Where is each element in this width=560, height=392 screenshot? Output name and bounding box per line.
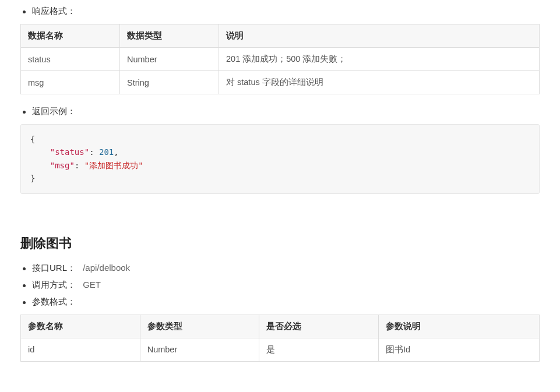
return-example-label: 返回示例： [20, 106, 540, 117]
param-format-item: 参数格式： [20, 296, 540, 308]
section-title-delete-book: 删除图书 [20, 235, 540, 252]
cell-desc: 对 status 字段的详细说明 [219, 71, 540, 94]
table-row: status Number 201 添加成功；500 添加失败； [21, 48, 540, 71]
indent [30, 147, 50, 157]
json-string: "添加图书成功" [84, 161, 143, 170]
brace-open: { [30, 135, 35, 144]
cell-name: status [21, 48, 120, 71]
brace-close: } [30, 174, 35, 183]
col-header: 参数类型 [140, 315, 259, 338]
label: 调用方式： [32, 280, 76, 289]
cell-type: Number [140, 338, 259, 361]
code-example: { "status": 201, "msg": "添加图书成功" } [20, 124, 540, 194]
col-header: 参数说明 [379, 315, 540, 338]
response-table: 数据名称 数据类型 说明 status Number 201 添加成功；500 … [20, 24, 540, 94]
comma: , [114, 147, 118, 157]
col-header: 是否必选 [259, 315, 379, 338]
table-header-row: 数据名称 数据类型 说明 [21, 24, 540, 48]
param-table: 参数名称 参数类型 是否必选 参数说明 id Number 是 图书Id [20, 315, 540, 362]
cell-desc: 201 添加成功；500 添加失败； [219, 48, 540, 71]
text: 响应格式： [32, 6, 76, 16]
json-number: 201 [99, 147, 114, 157]
col-header: 数据名称 [21, 24, 120, 48]
col-header: 数据类型 [120, 24, 219, 48]
json-key: "status" [50, 147, 89, 157]
col-header: 参数名称 [21, 315, 140, 338]
table-row: id Number 是 图书Id [21, 338, 540, 361]
table-row: msg String 对 status 字段的详细说明 [21, 71, 540, 94]
label: 参数格式： [32, 296, 76, 306]
text: 返回示例： [32, 106, 76, 116]
col-header: 说明 [219, 24, 540, 48]
cell-desc: 图书Id [379, 338, 540, 361]
value: /api/delbook [83, 263, 130, 273]
value: GET [83, 280, 101, 289]
response-format-label: 响应格式： [20, 6, 540, 17]
api-url-item: 接口URL： /api/delbook [20, 263, 540, 274]
label: 接口URL： [32, 263, 76, 273]
cell-type: String [120, 71, 219, 94]
indent [30, 161, 50, 170]
cell-name: msg [21, 71, 120, 94]
cell-required: 是 [259, 338, 379, 361]
cell-type: Number [120, 48, 219, 71]
json-key: "msg" [50, 161, 75, 170]
title-text: 删除图书 [20, 236, 72, 250]
api-method-item: 调用方式： GET [20, 280, 540, 291]
cell-name: id [21, 338, 140, 361]
table-header-row: 参数名称 参数类型 是否必选 参数说明 [21, 315, 540, 338]
